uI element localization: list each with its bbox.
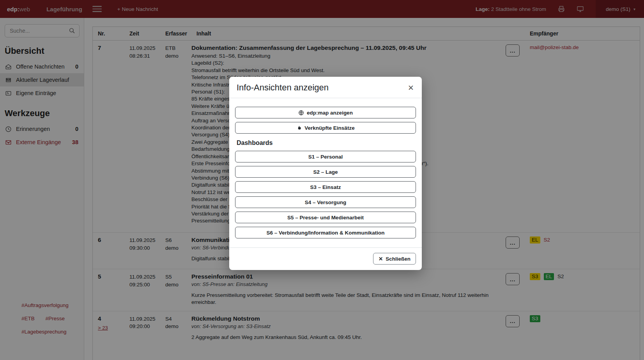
close-icon[interactable]: ✕ xyxy=(408,83,414,92)
edp-map-button[interactable]: edp:map anzeigen xyxy=(235,107,416,118)
dashboard-s4-button[interactable]: S4 – Versorgung xyxy=(235,196,416,208)
dashboard-s5-button[interactable]: S5 – Presse- und Medienarbeit xyxy=(235,212,416,223)
dashboard-s3-button[interactable]: S3 – Einsatz xyxy=(235,181,416,193)
dashboard-s2-button[interactable]: S2 – Lage xyxy=(235,166,416,178)
dashboards-heading: Dashboards xyxy=(237,139,416,146)
flame-icon xyxy=(296,125,302,131)
info-views-modal: Info-Ansichten anzeigen ✕ edp:map anzeig… xyxy=(229,77,422,270)
dashboard-s1-button[interactable]: S1 – Personal xyxy=(235,151,416,162)
dashboard-s6-button[interactable]: S6 – Verbindung/Information & Kommunikat… xyxy=(235,227,416,238)
globe-icon xyxy=(298,110,304,116)
close-icon: ✕ xyxy=(379,256,383,262)
close-modal-button[interactable]: ✕ Schließen xyxy=(373,253,416,265)
modal-title: Info-Ansichten anzeigen xyxy=(237,83,329,93)
linked-operations-button[interactable]: Verknüpfte Einsätze xyxy=(235,122,416,134)
